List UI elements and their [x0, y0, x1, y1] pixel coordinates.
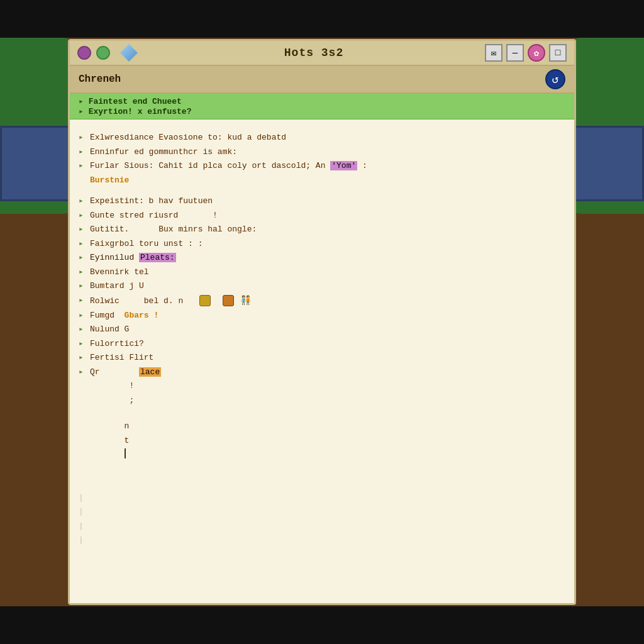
line-text: Bvennirk tel [90, 266, 565, 279]
arrow-icon: ▸ [79, 97, 89, 106]
list-item: ▸ Rolwic bel d. n 🧑‍🤝‍🧑 [79, 294, 565, 308]
list-item: ▸ Faixgrbol toru unst : : [79, 238, 565, 250]
bullet-icon: ▸ [79, 309, 87, 322]
top-black-bar [0, 0, 644, 38]
separator-line: | [79, 520, 565, 533]
arrow-icon-2: ▸ [79, 107, 89, 116]
bullet-icon: ▸ [79, 366, 87, 379]
bullet-icon: ▸ [79, 195, 87, 208]
line-text: Fulorrtici? [90, 338, 565, 350]
list-item: n [79, 420, 565, 433]
minimize-button[interactable] [96, 46, 110, 60]
bullet-icon: ▸ [79, 352, 87, 364]
close-button[interactable] [77, 46, 91, 60]
character-icon: 🧑‍🤝‍🧑 [240, 294, 251, 308]
content-area[interactable]: ▸ Exlwresdiance Evaosione to: kud a deba… [70, 119, 574, 603]
separator-text: | [79, 520, 565, 533]
highlight-row-1: ▸ Faintest end Chueet ▸ Exyrtion! x einf… [70, 94, 574, 119]
list-item: ▸ Fertisi Flirt [79, 352, 565, 364]
list-item: ▸ Fulorrtici? [79, 338, 565, 350]
cursor-line [79, 448, 565, 463]
list-item: t [79, 435, 565, 447]
line-text: Furlar Sious: Cahit id plca coly ort das… [90, 160, 565, 172]
line-text: Expeistint: b hav fuutuen [90, 195, 565, 208]
line-text: t [90, 435, 565, 447]
line-text: Enninfur ed gommunthcr is amk: [90, 146, 565, 158]
main-window: Hots 3s2 ✉ — ✿ □ Chreneh ↺ ▸ Faintest en… [68, 39, 576, 605]
line-text: Gunte stred riusrd ! [90, 209, 565, 222]
separator-text: | [79, 492, 565, 504]
bullet-icon: ▸ [79, 294, 87, 307]
line-text-orange: Burstnie [90, 174, 565, 187]
text-cursor [125, 448, 126, 458]
separator-text: | [79, 506, 565, 518]
dash-button[interactable]: — [506, 44, 524, 62]
bullet-icon: ▸ [79, 223, 87, 236]
bullet-icon: ▸ [79, 338, 87, 350]
line-text: Exlwresdiance Evaosione to: kud a debatd [90, 131, 565, 144]
list-item: ▸ Bumtard j U [79, 280, 565, 292]
list-item: ▸ Bvennirk tel [79, 266, 565, 279]
bullet-icon: ▸ [79, 266, 87, 279]
list-item: ▸ Gutitit. Bux minrs hal ongle: [79, 223, 565, 236]
line-text: Faixgrbol toru unst : : [90, 238, 565, 250]
list-item: Burstnie [79, 174, 565, 187]
refresh-badge[interactable]: ↺ [545, 69, 565, 89]
highlight-text-1: ▸ Faintest end Chueet [79, 96, 565, 106]
line-text: ; [90, 394, 565, 407]
chest-icon [223, 295, 234, 306]
list-item: ▸ Qr lace [79, 366, 565, 379]
line-text: Qr lace [90, 366, 565, 379]
separator-line: | [79, 534, 565, 547]
list-item: ▸ Gunte stred riusrd ! [79, 209, 565, 222]
bullet-icon: ▸ [79, 252, 87, 264]
title-bar: Hots 3s2 ✉ — ✿ □ [70, 41, 574, 66]
highlight-text-2: ▸ Exyrtion! x einfuste? [79, 106, 565, 116]
bullet-icon: ▸ [79, 209, 87, 222]
bullet-icon: ▸ [79, 280, 87, 292]
line-text: Eyinnilud Pleats: [90, 252, 565, 264]
left-wall [0, 126, 75, 201]
list-item: ! [79, 380, 565, 392]
line-text: Gutitit. Bux minrs hal ongle: [90, 223, 565, 236]
bullet-icon: ▸ [79, 131, 87, 144]
window-title: Hots 3s2 [143, 47, 485, 59]
separator-text: | [79, 534, 565, 547]
settings-button[interactable]: ✿ [528, 44, 545, 62]
separator-line: | [79, 492, 565, 504]
mail-button[interactable]: ✉ [485, 44, 502, 62]
bullet-icon: ▸ [79, 238, 87, 250]
line-text [90, 448, 565, 463]
bottom-black-bar [0, 606, 644, 644]
diamond-icon [120, 44, 138, 62]
line-text: Fertisi Flirt [90, 352, 565, 364]
title-bar-right: ✉ — ✿ □ [485, 44, 567, 62]
list-item: ▸ Expeistint: b hav fuutuen [79, 195, 565, 208]
list-item: ; [79, 394, 565, 407]
list-item: ▸ Nulund G [79, 323, 565, 336]
bullet-icon: ▸ [79, 160, 87, 172]
line-text: Nulund G [90, 323, 565, 336]
gold-icon [199, 295, 211, 306]
maximize-button[interactable]: □ [549, 44, 567, 62]
line-text: n [90, 420, 565, 433]
separator-line: | [79, 506, 565, 518]
section-header: Chreneh ↺ [70, 66, 574, 94]
list-item: ▸ Fumgd Gbars ! [79, 309, 565, 322]
line-text: Fumgd Gbars ! [90, 309, 565, 322]
line-text: ! [90, 380, 565, 392]
title-bar-left [77, 44, 143, 62]
list-item: ▸ Eyinnilud Pleats: [79, 252, 565, 264]
list-item: ▸ Enninfur ed gommunthcr is amk: [79, 146, 565, 158]
right-wall [569, 126, 644, 201]
line-text: Bumtard j U [90, 280, 565, 292]
bullet-icon: ▸ [79, 323, 87, 336]
list-item: ▸ Exlwresdiance Evaosione to: kud a deba… [79, 131, 565, 144]
list-item: ▸ Furlar Sious: Cahit id plca coly ort d… [79, 160, 565, 172]
section-title: Chreneh [79, 74, 121, 85]
bullet-icon: ▸ [79, 146, 87, 158]
line-text: Rolwic bel d. n 🧑‍🤝‍🧑 [90, 294, 565, 308]
